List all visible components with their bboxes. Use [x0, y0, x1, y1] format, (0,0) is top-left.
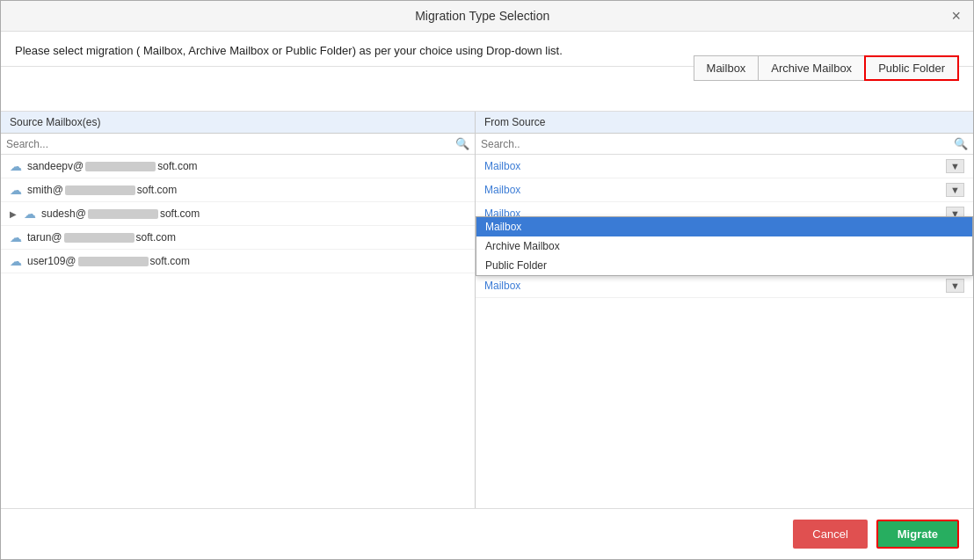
- source-dropdown-arrow[interactable]: ▼: [946, 279, 964, 293]
- mailbox-list: ☁ sandeepv@soft.com ☁ smith@soft.com ▶ ☁…: [1, 155, 475, 508]
- left-search-row: 🔍: [1, 134, 475, 155]
- cloud-icon: ☁: [24, 207, 36, 221]
- right-search-icon[interactable]: 🔍: [954, 137, 968, 150]
- source-right-cell: ▼: [520, 183, 964, 197]
- list-item: ☁ user109@soft.com: [1, 250, 475, 273]
- archive-mailbox-type-button[interactable]: Archive Mailbox: [758, 55, 864, 81]
- public-folder-type-button[interactable]: Public Folder: [864, 55, 959, 81]
- list-item: ☁ sandeepv@soft.com: [1, 155, 475, 178]
- left-panel: Source Mailbox(es) 🔍 ☁ sandeepv@soft.com…: [1, 112, 476, 508]
- list-item[interactable]: ▶ ☁ sudesh@soft.com: [1, 202, 475, 226]
- left-panel-header: Source Mailbox(es): [1, 112, 475, 134]
- mailbox-name: sudesh@soft.com: [41, 207, 200, 220]
- migration-dialog: Migration Type Selection × Please select…: [0, 0, 974, 560]
- list-item: ☁ smith@soft.com: [1, 178, 475, 202]
- content-area: Source Mailbox(es) 🔍 ☁ sandeepv@soft.com…: [1, 111, 973, 508]
- source-dropdown-arrow[interactable]: ▼: [946, 183, 964, 197]
- source-dropdown-arrow[interactable]: ▼: [946, 159, 964, 173]
- source-row: Mailbox ▼: [476, 155, 973, 178]
- cloud-icon: ☁: [10, 230, 22, 244]
- dialog-title: Migration Type Selection: [13, 9, 951, 23]
- type-button-group: Mailbox Archive Mailbox Public Folder: [694, 55, 959, 81]
- mailbox-name: user109@soft.com: [27, 255, 190, 267]
- left-search-icon[interactable]: 🔍: [455, 137, 469, 150]
- dropdown-item-archive-mailbox[interactable]: Archive Mailbox: [476, 236, 972, 256]
- dropdown-item-mailbox[interactable]: Mailbox: [476, 217, 972, 236]
- mailbox-type-button[interactable]: Mailbox: [694, 55, 759, 81]
- left-search-input[interactable]: [6, 138, 452, 150]
- title-bar: Migration Type Selection ×: [1, 1, 973, 32]
- source-value: Mailbox: [484, 160, 520, 172]
- mailbox-name: sandeepv@soft.com: [27, 160, 198, 172]
- right-panel: From Source 🔍 Mailbox ▼ Mailbox: [476, 112, 973, 508]
- source-row: Mailbox ▼: [476, 178, 973, 202]
- source-value: Mailbox: [484, 280, 520, 292]
- dropdown-item-public-folder[interactable]: Public Folder: [476, 256, 972, 275]
- cloud-icon: ☁: [10, 254, 22, 268]
- cancel-button[interactable]: Cancel: [793, 520, 867, 549]
- right-search-input[interactable]: [481, 138, 950, 150]
- source-value: Mailbox: [484, 184, 520, 196]
- footer: Cancel Migrate: [1, 508, 973, 559]
- mailbox-name: tarun@soft.com: [27, 231, 176, 244]
- source-right-cell: ▼: [520, 159, 964, 173]
- source-dropdown-menu: Mailbox Archive Mailbox Public Folder: [476, 216, 973, 276]
- right-search-row: 🔍: [476, 134, 973, 155]
- list-item: ☁ tarun@soft.com: [1, 226, 475, 250]
- cloud-icon: ☁: [10, 159, 22, 173]
- expand-arrow-icon: ▶: [10, 209, 17, 219]
- from-source-list: Mailbox ▼ Mailbox ▼ Mailbox: [476, 155, 973, 331]
- right-panel-header: From Source: [476, 112, 973, 134]
- migrate-button[interactable]: Migrate: [876, 520, 959, 549]
- close-button[interactable]: ×: [951, 8, 961, 24]
- cloud-icon: ☁: [10, 183, 22, 197]
- right-panel-inner: Mailbox ▼ Mailbox ▼ Mailbox: [476, 155, 973, 508]
- source-row: Mailbox ▼: [476, 274, 973, 298]
- mailbox-name: smith@soft.com: [27, 184, 177, 196]
- source-right-cell: ▼: [520, 279, 964, 293]
